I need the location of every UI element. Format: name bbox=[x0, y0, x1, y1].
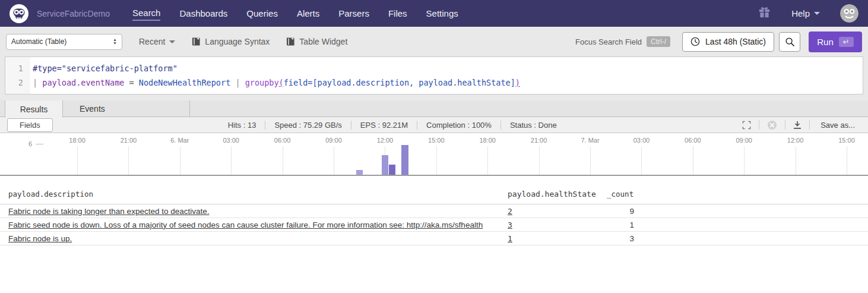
table-row: Fabric node is taking longer than expect… bbox=[0, 204, 868, 218]
tab-events[interactable]: Events bbox=[63, 100, 190, 116]
description-link[interactable]: Fabric seed node is down. Loss of a majo… bbox=[8, 220, 483, 229]
event-timeline-chart[interactable]: 6 18:0021:006. Mar03:0006:0009:0012:0015… bbox=[0, 133, 868, 176]
help-label: Help bbox=[791, 8, 810, 18]
x-axis-tick-label: 06:00 bbox=[274, 137, 291, 144]
stat-completion: Completion : 100% bbox=[417, 121, 500, 130]
book-icon bbox=[192, 37, 201, 46]
code-token-val: field=[payload.description, payload.heal… bbox=[284, 78, 515, 87]
x-axis-tick-label: 6. Mar bbox=[170, 137, 189, 144]
gridline bbox=[334, 146, 334, 175]
query-line-2: 2| payload.eventName = NodeNewHealthRepo… bbox=[5, 75, 863, 90]
fields-button[interactable]: Fields bbox=[7, 118, 53, 132]
tab-results[interactable]: Results bbox=[5, 100, 63, 118]
save-as-button[interactable]: Save as... bbox=[810, 121, 861, 130]
repository-name[interactable]: ServiceFabricDemo bbox=[37, 9, 110, 18]
x-axis-tick-label: 12:00 bbox=[787, 137, 804, 144]
table-row: Fabric node is up.13 bbox=[0, 232, 868, 245]
time-range-value: Last 48h (Static) bbox=[705, 37, 766, 46]
gridline bbox=[744, 146, 745, 175]
time-range-button[interactable]: Last 48h (Static) bbox=[682, 32, 774, 52]
x-axis-tick-label: 09:00 bbox=[325, 137, 342, 144]
code-token-op: = bbox=[124, 78, 138, 87]
x-axis-tick-label: 06:00 bbox=[685, 137, 701, 144]
healthstate-link[interactable]: 3 bbox=[508, 220, 512, 229]
timeline-bar[interactable] bbox=[382, 155, 388, 175]
view-type-select[interactable]: Automatic (Table) ▲▼ bbox=[6, 34, 122, 50]
recent-label: Recent bbox=[139, 37, 165, 46]
query-section: Automatic (Table) ▲▼ Recent Language Syn… bbox=[0, 27, 868, 100]
help-menu[interactable]: Help bbox=[791, 8, 820, 18]
query-stats: Hits : 13Speed : 75.29 GB/sEPS : 92.21MC… bbox=[219, 121, 566, 130]
code-token-field: payload.eventName bbox=[42, 78, 124, 87]
nav-item-parsers[interactable]: Parsers bbox=[338, 7, 369, 20]
x-axis-tick-label: 12:00 bbox=[377, 137, 394, 144]
chevron-down-icon bbox=[814, 12, 820, 15]
healthstate-link[interactable]: 2 bbox=[508, 207, 512, 216]
timeline-bar[interactable] bbox=[389, 165, 395, 175]
gridline bbox=[539, 146, 540, 175]
column-header-description[interactable]: payload.description bbox=[0, 190, 499, 199]
table-widget-link[interactable]: Table Widget bbox=[286, 37, 347, 46]
column-header-count[interactable]: _count bbox=[598, 190, 634, 199]
book-icon bbox=[286, 37, 295, 46]
gridline bbox=[487, 146, 488, 175]
nav-item-search[interactable]: Search bbox=[132, 6, 161, 21]
count-value: 1 bbox=[598, 220, 634, 229]
gift-icon[interactable] bbox=[758, 5, 771, 21]
nav-item-dashboards[interactable]: Dashboards bbox=[179, 7, 227, 20]
gridline bbox=[641, 146, 642, 175]
table-row: Fabric seed node is down. Loss of a majo… bbox=[0, 218, 868, 232]
description-link[interactable]: Fabric node is taking longer than expect… bbox=[8, 207, 209, 216]
nav-item-alerts[interactable]: Alerts bbox=[297, 7, 319, 20]
humio-owl-logo-icon[interactable] bbox=[9, 4, 28, 23]
x-axis-tick-label: 15:00 bbox=[428, 137, 445, 144]
stop-circle-icon bbox=[767, 120, 777, 130]
stat-eps: EPS : 92.21M bbox=[351, 121, 417, 130]
query-code: | payload.eventName = NodeNewHealthRepor… bbox=[30, 75, 520, 90]
gridline bbox=[436, 146, 437, 175]
healthstate-link[interactable]: 1 bbox=[508, 234, 512, 243]
timeline-bar[interactable] bbox=[401, 145, 408, 175]
x-axis-tick-label: 09:00 bbox=[736, 137, 752, 144]
table-widget-label: Table Widget bbox=[299, 37, 347, 46]
line-number: 2 bbox=[5, 75, 30, 90]
run-label: Run bbox=[817, 37, 834, 47]
focus-search-hint: Focus Search Field bbox=[575, 37, 642, 46]
column-header-healthstate[interactable]: payload.healthState bbox=[499, 190, 598, 199]
nav-item-queries[interactable]: Queries bbox=[246, 7, 278, 20]
code-token-val: NodeNewHealthReport bbox=[139, 78, 230, 87]
count-value: 3 bbox=[598, 234, 634, 243]
stop-query-button[interactable] bbox=[759, 120, 785, 130]
nav-item-settings[interactable]: Settings bbox=[426, 7, 458, 20]
timeline-bar[interactable] bbox=[356, 170, 363, 175]
code-token-func: groupby bbox=[245, 78, 279, 87]
keyboard-shortcut-badge: Ctrl-/ bbox=[647, 36, 670, 47]
fullscreen-icon bbox=[742, 121, 751, 130]
x-axis-tick-label: 15:00 bbox=[838, 137, 855, 144]
stat-status: Status : Done bbox=[500, 121, 566, 130]
x-axis-tick-label: 7. Mar bbox=[581, 137, 599, 144]
x-axis-tick-label: 18:00 bbox=[69, 137, 85, 144]
search-button[interactable] bbox=[779, 32, 800, 52]
description-link[interactable]: Fabric node is up. bbox=[8, 234, 72, 243]
nav-item-files[interactable]: Files bbox=[388, 7, 407, 20]
result-tabs: ResultsEvents bbox=[0, 100, 868, 117]
language-syntax-link[interactable]: Language Syntax bbox=[192, 37, 270, 46]
line-number: 1 bbox=[5, 61, 30, 75]
code-token-pipe: | bbox=[230, 78, 245, 87]
run-button[interactable]: Run ↵ bbox=[809, 31, 862, 52]
fullscreen-button[interactable] bbox=[734, 121, 759, 130]
query-editor[interactable]: 1#type="servicefabric-platform"2| payloa… bbox=[5, 56, 863, 94]
view-type-value: Automatic (Table) bbox=[11, 37, 113, 46]
x-axis-tick-label: 21:00 bbox=[121, 137, 137, 144]
recent-dropdown[interactable]: Recent bbox=[139, 37, 175, 46]
query-code: #type="servicefabric-platform" bbox=[30, 61, 178, 75]
gridline bbox=[283, 146, 283, 175]
language-syntax-label: Language Syntax bbox=[205, 37, 270, 46]
y-axis-tick-label: 6 bbox=[28, 140, 32, 147]
gridline bbox=[693, 146, 693, 175]
export-download-button[interactable] bbox=[785, 121, 809, 130]
y-axis-tick-mark bbox=[36, 144, 43, 144]
avatar[interactable] bbox=[840, 4, 859, 23]
gridline bbox=[847, 146, 847, 175]
